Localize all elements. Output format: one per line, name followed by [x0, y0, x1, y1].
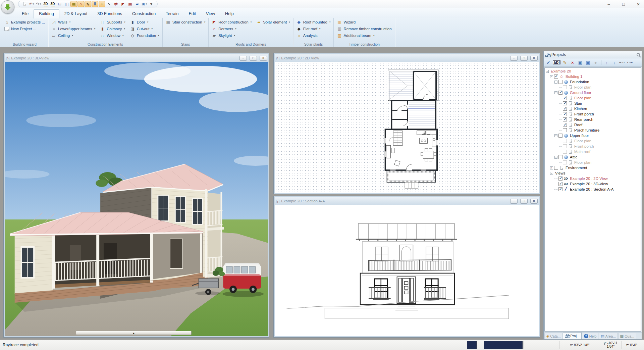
panel-tab-help[interactable]: ?Help: [582, 333, 599, 339]
edit-button[interactable]: ✎: [561, 59, 568, 66]
status-indicator-2[interactable]: [484, 341, 523, 349]
new-file-button[interactable]: [21, 1, 28, 7]
panel-tab-area[interactable]: ▤Area...: [599, 333, 618, 339]
tree-item-example-20-3d-view[interactable]: 3DExample 20 : 3D-View: [545, 181, 641, 187]
solar-element-button[interactable]: ▰Solar element▾: [255, 19, 291, 26]
tree-checkbox[interactable]: [558, 155, 562, 159]
tree-item-front-porch[interactable]: Front porch: [545, 144, 641, 149]
dropdown-arrow-icon[interactable]: ▾: [69, 21, 71, 23]
copy-view-button[interactable]: ▣▾: [141, 1, 148, 7]
tree-checkbox[interactable]: [563, 85, 567, 89]
render-sphere-button[interactable]: ●: [592, 59, 599, 66]
ceiling-button[interactable]: ▱Ceiling▾: [50, 32, 96, 39]
panel-tab-qua[interactable]: ▥Qua...: [618, 333, 636, 339]
tab-3d-functions[interactable]: 3D Functions: [92, 10, 127, 18]
door-button[interactable]: ▮Door▾: [129, 19, 160, 26]
tab-building[interactable]: Building: [34, 9, 59, 18]
confirm-button[interactable]: ✓: [545, 59, 552, 66]
tree-checkbox[interactable]: [558, 182, 562, 186]
search-icon[interactable]: [637, 53, 640, 56]
tab-terrain[interactable]: Terrain: [161, 10, 183, 18]
dropdown-arrow-icon[interactable]: ▾: [373, 34, 375, 37]
tree-item-roof[interactable]: Roof: [545, 122, 641, 128]
dropdown-arrow-icon[interactable]: ▾: [289, 21, 290, 23]
dropdown-arrow-icon[interactable]: ▾: [234, 34, 235, 37]
dropdown-arrow-icon[interactable]: ▾: [146, 3, 147, 5]
app-restore-button[interactable]: □: [621, 2, 627, 7]
chimney-button[interactable]: ▮Chimney▾: [99, 26, 126, 32]
dropdown-arrow-icon[interactable]: ▾: [319, 28, 321, 30]
tree-checkbox[interactable]: [563, 139, 567, 143]
cut-out-button[interactable]: ◨Cut-out▾: [129, 26, 160, 32]
grid-button[interactable]: ▦: [70, 1, 77, 7]
tree-checkbox[interactable]: [558, 80, 562, 84]
undo-button[interactable]: ↶▾: [28, 1, 35, 7]
redo-button[interactable]: ↷▾: [35, 1, 42, 7]
app-logo-button[interactable]: [1, 0, 14, 14]
tree-checkbox[interactable]: [563, 112, 567, 116]
window-section-minimize-button[interactable]: –: [510, 199, 518, 204]
dropdown-arrow-icon[interactable]: ▾: [33, 3, 34, 5]
tab-2d-layout[interactable]: 2D & Layout: [59, 10, 93, 18]
move-down-button[interactable]: ↓: [611, 59, 618, 66]
split-horizontal-button[interactable]: ⊟: [56, 1, 63, 7]
tree-expander-icon[interactable]: −: [554, 156, 557, 159]
tree-checkbox[interactable]: [554, 74, 558, 79]
tree-item-ground-floor[interactable]: −Ground floor: [545, 90, 641, 95]
view-2d-button[interactable]: 2D: [42, 1, 49, 7]
dropdown-arrow-icon[interactable]: ▾: [122, 34, 124, 37]
tree-checkbox[interactable]: [558, 187, 562, 191]
snap-magnet-button[interactable]: ∩: [77, 1, 84, 7]
tree-item-floor-plan[interactable]: Floor plan: [545, 138, 641, 144]
wizard-button[interactable]: ▥Wizard: [336, 19, 392, 26]
tree-item-example-20[interactable]: −Example 20: [545, 68, 641, 74]
panel-tab-proj[interactable]: Proj...: [563, 332, 581, 339]
tree-checkbox[interactable]: [563, 128, 567, 132]
tree-item-floor-plan[interactable]: Floor plan: [545, 95, 641, 101]
tab-view[interactable]: View: [201, 10, 220, 18]
sort-ascending-button[interactable]: a→z: [619, 59, 626, 66]
tab-file[interactable]: File: [17, 10, 34, 18]
sort-descending-button[interactable]: z→a: [627, 59, 633, 66]
app-close-button[interactable]: ×: [635, 2, 641, 7]
dropdown-arrow-icon[interactable]: ▾: [151, 28, 153, 30]
tree-expander-icon[interactable]: −: [550, 75, 553, 78]
tree-expander-icon[interactable]: −: [554, 134, 557, 137]
hatch-pattern-button[interactable]: ▦: [127, 1, 133, 7]
tab-construction[interactable]: Construction: [127, 10, 161, 18]
tree-expander-icon[interactable]: −: [550, 172, 553, 175]
texture-button[interactable]: ▰: [134, 1, 141, 7]
tree-item-example-20-section-a-a[interactable]: ╱Example 20 : Section A-A: [545, 187, 641, 192]
tree-item-kitchen[interactable]: Kitchen: [545, 106, 641, 111]
window-2d-minimize-button[interactable]: –: [510, 56, 518, 61]
pointer-button[interactable]: ↖: [106, 1, 112, 7]
tree-checkbox[interactable]: [554, 166, 558, 170]
tree-checkbox[interactable]: [563, 101, 567, 105]
copy-button[interactable]: ▣: [577, 59, 584, 66]
tree-item-foundation[interactable]: −Foundation: [545, 79, 641, 85]
window-3d-minimize-button[interactable]: –: [239, 56, 247, 61]
dropdown-arrow-icon[interactable]: ▾: [204, 21, 206, 23]
additional-beam-button[interactable]: ▥Additional beam▾: [336, 32, 392, 39]
walls-button[interactable]: ◿Walls▾: [50, 19, 96, 26]
tree-item-building-1[interactable]: −⌂Building 1: [545, 74, 641, 79]
supports-button[interactable]: ▯Supports▾: [99, 19, 126, 26]
panel-tab-cata[interactable]: ◈Cata...: [544, 333, 562, 339]
tree-expander-icon[interactable]: +: [550, 166, 553, 169]
lower-upper-beams-button[interactable]: ≡Lower/upper beams▾: [50, 26, 96, 32]
tree-item-stair[interactable]: Stair: [545, 101, 641, 106]
skylight-button[interactable]: ▰Skylight▾: [211, 32, 253, 39]
paste-button[interactable]: ▣: [585, 59, 591, 66]
new-project-button[interactable]: New Project ...: [3, 26, 46, 32]
tree-item-floor-plan[interactable]: Floor plan: [545, 160, 641, 165]
tree-item-views[interactable]: −Views: [545, 170, 641, 176]
dropdown-arrow-icon[interactable]: ▾: [147, 21, 149, 23]
tree-checkbox[interactable]: [563, 150, 567, 154]
tree-item-floor-plan[interactable]: Floor plan: [545, 85, 641, 90]
tree-expander-icon[interactable]: −: [546, 70, 549, 73]
tree-item-environment[interactable]: +Environment: [545, 165, 641, 170]
tree-item-upper-floor[interactable]: −Upper floor: [545, 133, 641, 138]
3d-render-canvas[interactable]: ▲: [5, 62, 268, 336]
3d-walk-slider[interactable]: ▲: [76, 331, 192, 335]
move-up-button[interactable]: ↑: [603, 59, 610, 66]
